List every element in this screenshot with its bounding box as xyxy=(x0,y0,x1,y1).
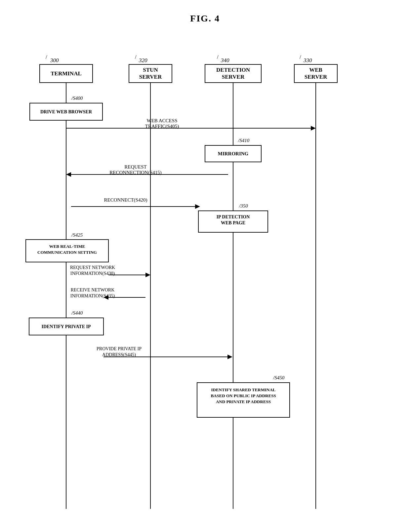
svg-text:TRAFFIC(S405): TRAFFIC(S405) xyxy=(145,124,179,129)
svg-text:320: 320 xyxy=(139,57,147,63)
svg-text:/: / xyxy=(217,54,219,60)
svg-text:SERVER: SERVER xyxy=(305,74,327,80)
ref-300: 300 xyxy=(50,57,59,63)
svg-text:REQUEST: REQUEST xyxy=(124,164,147,170)
svg-text:INFORMATION(S430): INFORMATION(S430) xyxy=(70,271,115,276)
ref-s410: /S410 xyxy=(238,138,250,143)
req-net-arrow xyxy=(145,273,150,277)
reconnect-req-arrow xyxy=(66,172,71,177)
svg-text:WEB ACCESS: WEB ACCESS xyxy=(147,118,178,123)
web-access-arrow xyxy=(311,126,316,131)
svg-text:ADDRESS(S445): ADDRESS(S445) xyxy=(102,352,136,358)
ref-s450: /S450 xyxy=(273,375,285,380)
ref-350: /350 xyxy=(239,203,248,209)
svg-text:RECEIVE NETWORK: RECEIVE NETWORK xyxy=(71,287,115,292)
svg-text:REQUEST NETWORK: REQUEST NETWORK xyxy=(70,265,115,270)
svg-text:DRIVE WEB BROWSER: DRIVE WEB BROWSER xyxy=(40,109,92,114)
svg-text:WEB: WEB xyxy=(309,67,322,73)
figure-title: FIG. 4 xyxy=(0,0,410,24)
svg-text:COMMUNICATION SETTING: COMMUNICATION SETTING xyxy=(37,250,97,255)
svg-text:MIRRORING: MIRRORING xyxy=(218,151,249,156)
svg-text:PROVIDE PRIVATE IP: PROVIDE PRIVATE IP xyxy=(97,346,142,351)
terminal-label: TERMINAL xyxy=(51,70,82,77)
diagram-svg: 300 / 320 / 340 / 330 / TERMINAL STUN SE… xyxy=(20,30,390,522)
svg-text:INFORMATION(S435): INFORMATION(S435) xyxy=(70,293,115,299)
svg-text:AND PRIVATE IP ADDRESS: AND PRIVATE IP ADDRESS xyxy=(216,399,271,404)
svg-text:IDENTIFY SHARED TERMINAL: IDENTIFY SHARED TERMINAL xyxy=(211,387,275,392)
page: FIG. 4 300 / 320 / 340 / 330 / TERMINAL … xyxy=(0,0,410,532)
ref-s425: /S425 xyxy=(71,232,83,238)
svg-text:RECONNECT(S420): RECONNECT(S420) xyxy=(104,197,147,203)
svg-text:340: 340 xyxy=(221,57,229,63)
svg-text:IP DETECTION: IP DETECTION xyxy=(217,214,250,219)
svg-text:DETECTION: DETECTION xyxy=(216,67,250,73)
svg-text:SERVER: SERVER xyxy=(139,74,162,80)
svg-text:330: 330 xyxy=(303,57,312,63)
ref-s400: /S400 xyxy=(71,95,83,101)
provide-private-arrow xyxy=(227,355,232,359)
svg-text:STUN: STUN xyxy=(143,67,158,73)
ref-s440: /S440 xyxy=(71,310,83,316)
reconnect-arrow xyxy=(195,204,200,209)
svg-text:WEB PAGE: WEB PAGE xyxy=(221,220,245,225)
svg-text:WEB REAL-TIME: WEB REAL-TIME xyxy=(49,244,85,249)
svg-text:/: / xyxy=(300,54,301,60)
svg-text:/: / xyxy=(46,54,47,60)
svg-text:BASED ON PUBLIC IP ADDRESS: BASED ON PUBLIC IP ADDRESS xyxy=(211,393,276,398)
svg-text:RECONNECTION(S415): RECONNECTION(S415) xyxy=(109,170,162,175)
svg-text:SERVER: SERVER xyxy=(222,74,245,80)
svg-text:/: / xyxy=(135,54,137,60)
svg-text:IDENTIFY PRIVATE IP: IDENTIFY PRIVATE IP xyxy=(41,324,91,329)
